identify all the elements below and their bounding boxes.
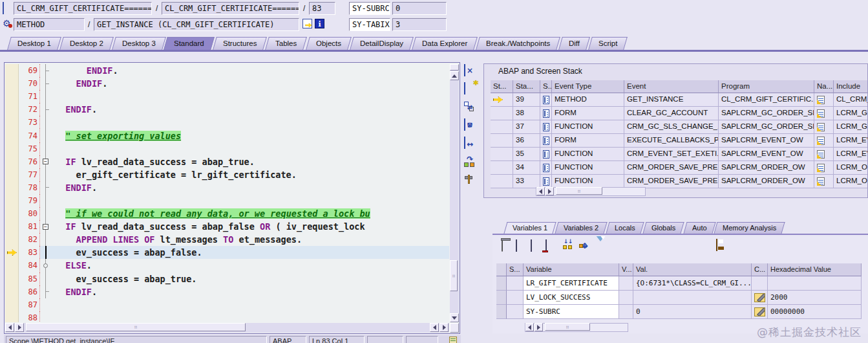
tab-diff[interactable]: Diff: [559, 37, 591, 50]
tab-data-explorer[interactable]: Data Explorer: [412, 37, 478, 50]
fold-column[interactable]: [40, 259, 52, 272]
code-text[interactable]: " if we could not read any data, or we r…: [52, 207, 449, 220]
vartab-auto[interactable]: Auto: [683, 222, 715, 234]
breakpoint-margin[interactable]: [5, 77, 19, 90]
code-text[interactable]: [52, 116, 449, 129]
hscroll-thumb[interactable]: ∷: [26, 323, 246, 331]
remove-variable-icon[interactable]: [545, 240, 556, 251]
new-session-icon[interactable]: *: [464, 83, 476, 94]
code-text[interactable]: [52, 142, 449, 155]
stack-col-header[interactable]: Event: [624, 80, 719, 93]
save-icon[interactable]: [716, 239, 727, 250]
navigate-to-source-icon[interactable]: [817, 164, 825, 172]
stack-col-header[interactable]: Sta...: [513, 80, 540, 93]
var-col-header[interactable]: C...: [752, 263, 768, 276]
var-col-header[interactable]: S...: [507, 263, 524, 276]
sy-tabix-value-field[interactable]: 3: [392, 18, 447, 31]
stack-col-header[interactable]: Include: [834, 80, 868, 93]
var-col-header[interactable]: Hexadecimal Value: [768, 263, 862, 276]
breakpoint-margin[interactable]: [5, 116, 19, 129]
tab-desktop-3[interactable]: Desktop 3: [112, 37, 166, 50]
fold-column[interactable]: [40, 129, 52, 142]
info-icon[interactable]: i: [315, 19, 324, 28]
breakpoint-margin[interactable]: [5, 246, 19, 259]
stack-row[interactable]: 35FUNCTIONCRM_EVENT_SET_EXETI...SAPLCRM_…: [491, 148, 868, 161]
var-col-header[interactable]: Val.: [633, 263, 752, 276]
stack-col-header[interactable]: Event Type: [552, 80, 624, 93]
close-debugger-icon[interactable]: ×: [464, 65, 476, 76]
stack-scroll-right-button[interactable]: [545, 187, 554, 195]
navigate-to-source-icon[interactable]: [817, 123, 825, 131]
filter-icon[interactable]: [596, 241, 607, 252]
fold-column[interactable]: −: [40, 155, 52, 168]
variable-row[interactable]: LV_LOCK_SUCCESS2000: [496, 291, 866, 305]
breakpoint-margin[interactable]: [5, 194, 19, 207]
variables-scroll-left-button[interactable]: [525, 323, 534, 331]
exchange-icon[interactable]: ↷: [464, 155, 476, 167]
tab-script[interactable]: Script: [589, 37, 628, 50]
breakpoint-margin[interactable]: [5, 155, 19, 168]
breakpoint-margin[interactable]: [5, 207, 19, 220]
swap-sessions-icon[interactable]: ⇄: [464, 101, 476, 113]
stack-row[interactable]: 34FUNCTIONCRM_ORDER_SAVE_PRE...SAPLCRM_O…: [491, 161, 868, 175]
fold-column[interactable]: [40, 233, 52, 246]
tab-desktop-1[interactable]: Desktop 1: [7, 37, 61, 50]
code-text[interactable]: ev_success = abap_false.: [52, 246, 449, 259]
navigate-to-source-icon[interactable]: [817, 137, 825, 145]
stack-col-header[interactable]: Na...: [814, 80, 834, 93]
var-col-header[interactable]: Variable: [524, 263, 619, 276]
navigate-to-source-icon[interactable]: [817, 177, 825, 186]
code-text[interactable]: ENDIF.: [52, 103, 449, 116]
tools-icon[interactable]: [464, 173, 476, 185]
variables-hscrollbar[interactable]: ∷: [525, 323, 628, 332]
fold-column[interactable]: [40, 90, 52, 103]
tab-break-watchpoints[interactable]: Break./Watchpoints: [476, 37, 560, 50]
breakpoint-margin[interactable]: [5, 103, 19, 116]
breakpoint-margin[interactable]: [5, 168, 19, 181]
sy-tabix-label-field[interactable]: SY-TABIX: [349, 18, 390, 31]
code-text[interactable]: APPEND LINES OF lt_messages TO et_messag…: [52, 233, 449, 246]
breakpoint-margin[interactable]: [5, 181, 19, 194]
code-text[interactable]: [52, 311, 449, 322]
line-number-field[interactable]: 83: [309, 2, 335, 15]
fold-column[interactable]: [40, 298, 52, 311]
event-field[interactable]: GET_INSTANCE (CL_CRM_GIFT_CERTIFICATE): [94, 18, 299, 31]
goto-current-statement-icon[interactable]: [302, 19, 312, 28]
navigate-to-source-icon[interactable]: [817, 96, 825, 104]
stack-scroll-left-button[interactable]: [536, 187, 545, 195]
scroll-left-button[interactable]: [5, 323, 14, 332]
var-row-selector[interactable]: [496, 276, 507, 291]
fold-collapse-icon[interactable]: −: [43, 159, 48, 164]
event-type-field[interactable]: METHOD: [14, 18, 85, 31]
code-text[interactable]: IF lv_read_data_success = abap_false OR …: [52, 220, 449, 233]
include-field[interactable]: CL_CRM_GIFT_CERTIFICATE======...: [162, 2, 299, 15]
stack-hscroll-thumb[interactable]: ∷: [556, 187, 602, 195]
var-row-selector[interactable]: [496, 291, 507, 305]
edit-pencil-icon[interactable]: [754, 293, 765, 302]
scroll-left-button-2[interactable]: [430, 323, 439, 332]
fold-column[interactable]: −: [40, 220, 52, 233]
code-text[interactable]: ENDIF.: [52, 77, 449, 90]
stack-row[interactable]: 39METHODGET_INSTANCECL_CRM_GIFT_CERTIFIC…: [491, 93, 868, 107]
navigate-to-source-icon[interactable]: [817, 150, 825, 159]
scroll-down-button[interactable]: [450, 313, 459, 322]
fold-column[interactable]: [40, 142, 52, 155]
fit-width-icon[interactable]: ↔: [464, 137, 476, 149]
editor-horizontal-scrollbar[interactable]: ∷: [5, 323, 449, 333]
stack-row[interactable]: 33FUNCTIONCRM_ORDER_SAVE_PRE...SAPLCRM_O…: [491, 175, 868, 188]
code-text[interactable]: er_gift_certificate = lr_gift_certificat…: [52, 168, 449, 181]
code-text[interactable]: ENDIF.: [52, 285, 449, 298]
split-handle[interactable]: [450, 64, 459, 71]
code-text[interactable]: [52, 298, 449, 311]
fold-column[interactable]: [40, 272, 52, 285]
change-table-icon[interactable]: [516, 240, 527, 251]
breakpoint-margin[interactable]: [5, 90, 19, 103]
fold-column[interactable]: [40, 116, 52, 129]
navigate-icon[interactable]: ↔↕: [579, 240, 590, 251]
tab-desktop-2[interactable]: Desktop 2: [59, 37, 114, 50]
fold-collapse-icon[interactable]: −: [43, 224, 48, 230]
stack-row[interactable]: 36FORMEXECUTE_CALLBACKS_P...SAPLCRM_EVEN…: [491, 134, 868, 148]
code-text[interactable]: IF lv_read_data_success = abap_true.: [52, 155, 449, 168]
var-row-selector[interactable]: [496, 305, 507, 319]
vartab-variables-2[interactable]: Variables 2: [555, 222, 608, 234]
